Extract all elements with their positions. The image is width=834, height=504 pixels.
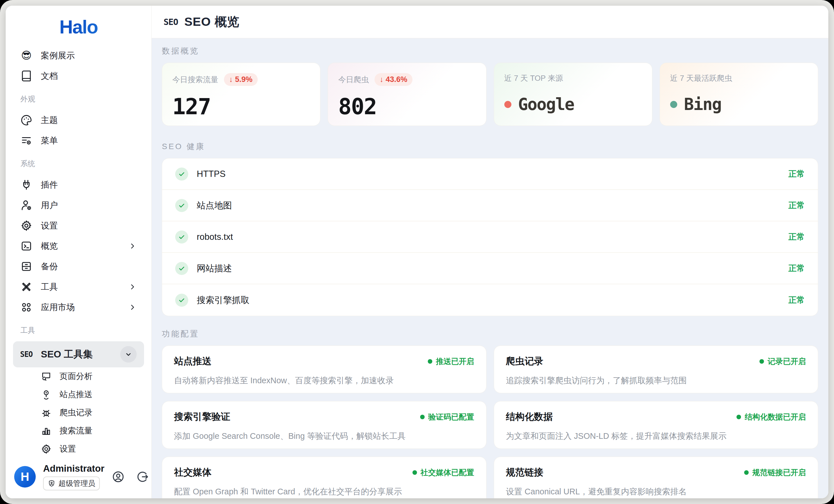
status-dot	[744, 470, 749, 475]
feature-description: 设置 Canonical URL，避免重复内容影响搜索排名	[506, 486, 806, 498]
sidebar-nav: 😎 案例展示 文档 外观 主题 菜单	[13, 45, 144, 460]
feature-card-site-push[interactable]: 站点推送 推送已开启 自动将新内容推送至 IndexNow、百度等搜索引擎，加速…	[162, 346, 486, 393]
feature-title: 规范链接	[506, 466, 544, 479]
halo-logo: Halo	[13, 14, 144, 40]
health-card: HTTPS 正常 站点地图 正常 robots.txt 正常 网站描述 正常	[162, 158, 818, 316]
sidebar-item-label: 案例展示	[41, 50, 75, 62]
source-dot	[670, 101, 677, 108]
check-circle-icon	[175, 231, 188, 243]
sidebar-item-label: 概览	[41, 240, 58, 252]
health-label: robots.txt	[197, 232, 780, 242]
feature-status: 推送已开启	[428, 356, 474, 367]
health-row-crawl: 搜索引擎抓取 正常	[162, 284, 818, 316]
feature-card-crawler-log[interactable]: 爬虫记录 记录已开启 追踪搜索引擎爬虫访问行为，了解抓取频率与范围	[494, 346, 818, 393]
bug-icon	[41, 407, 51, 418]
logout-icon[interactable]	[136, 470, 149, 483]
submenu-item-page-analysis[interactable]: 页面分析	[13, 367, 144, 386]
submenu-item-crawler-log[interactable]: 爬虫记录	[13, 404, 144, 422]
feature-title: 搜索引擎验证	[174, 411, 230, 423]
app-window: Halo 😎 案例展示 文档 外观 主题	[6, 6, 828, 498]
check-circle-icon	[175, 199, 188, 212]
sidebar: Halo 😎 案例展示 文档 外观 主题	[6, 6, 152, 498]
health-row-description: 网站描述 正常	[162, 253, 818, 284]
status-dot	[428, 359, 432, 364]
sunglasses-emoji-icon: 😎	[20, 50, 32, 62]
sidebar-section-appearance: 外观	[13, 94, 144, 104]
main-panel: SEO SEO 概览 数据概览 今日搜索流量 ↓ 5.9% 127 今日爬虫 ↓…	[152, 6, 828, 498]
stats-grid: 今日搜索流量 ↓ 5.9% 127 今日爬虫 ↓ 43.6% 802 近 7 天…	[162, 63, 818, 126]
sidebar-item-themes[interactable]: 主题	[13, 110, 144, 130]
tools-icon	[20, 281, 32, 293]
stat-label: 近 7 天 TOP 来源	[504, 73, 563, 83]
gear-icon	[41, 444, 51, 454]
submenu-item-seo-settings[interactable]: 设置	[13, 440, 144, 458]
health-status: 正常	[788, 294, 805, 306]
avatar[interactable]: H	[14, 466, 36, 487]
features-grid: 站点推送 推送已开启 自动将新内容推送至 IndexNow、百度等搜索引擎，加速…	[162, 346, 818, 498]
feature-status: 结构化数据已开启	[737, 412, 806, 422]
palette-icon	[20, 114, 32, 126]
section-label-overview: 数据概览	[162, 46, 818, 56]
health-status: 正常	[788, 231, 805, 243]
feature-description: 自动将新内容推送至 IndexNow、百度等搜索引擎，加速收录	[174, 375, 474, 386]
collapse-button[interactable]	[120, 346, 137, 363]
sidebar-section-system: 系统	[13, 159, 144, 168]
submenu-item-label: 设置	[60, 443, 76, 455]
health-label: 搜索引擎抓取	[197, 294, 780, 306]
submenu-item-search-traffic[interactable]: 搜索流量	[13, 422, 144, 440]
submenu-item-label: 站点推送	[60, 389, 92, 400]
feature-description: 追踪搜索引擎爬虫访问行为，了解抓取频率与范围	[506, 375, 806, 386]
submenu-item-site-push[interactable]: 站点推送	[13, 386, 144, 404]
plug-icon	[20, 179, 32, 191]
sidebar-item-label: 主题	[41, 114, 58, 126]
sidebar-item-label: SEO 工具集	[41, 348, 93, 361]
health-label: HTTPS	[197, 169, 780, 179]
feature-card-social-media[interactable]: 社交媒体 社交媒体已配置 配置 Open Graph 和 Twitter Car…	[162, 457, 486, 498]
feature-status: 社交媒体已配置	[413, 467, 474, 478]
health-status: 正常	[788, 200, 805, 211]
feature-card-structured-data[interactable]: 结构化数据 结构化数据已开启 为文章和页面注入 JSON-LD 标签，提升富媒体…	[494, 401, 818, 449]
health-row-robots: robots.txt 正常	[162, 221, 818, 253]
stat-value: Bing	[684, 95, 722, 114]
chevron-right-icon	[128, 242, 137, 250]
feature-card-engine-verification[interactable]: 搜索引擎验证 验证码已配置 添加 Google Search Console、B…	[162, 401, 486, 449]
sidebar-item-label: 工具	[41, 281, 58, 293]
sidebar-item-overview[interactable]: 概览	[13, 236, 144, 256]
user-actions	[112, 470, 149, 483]
health-row-sitemap: 站点地图 正常	[162, 190, 818, 221]
sidebar-item-app-market[interactable]: 应用市场	[13, 297, 144, 317]
account-circle-icon[interactable]	[112, 470, 125, 483]
sidebar-item-showcase[interactable]: 😎 案例展示	[13, 45, 144, 66]
sidebar-item-backup[interactable]: 备份	[13, 256, 144, 277]
sidebar-item-users[interactable]: 用户	[13, 195, 144, 215]
sidebar-item-plugins[interactable]: 插件	[13, 175, 144, 195]
feature-title: 社交媒体	[174, 466, 212, 479]
terminal-icon	[20, 240, 32, 252]
stat-value: 127	[172, 94, 310, 119]
stat-label: 近 7 天最活跃爬虫	[670, 73, 732, 83]
section-label-health: SEO 健康	[162, 142, 818, 151]
sidebar-item-tools[interactable]: 工具	[13, 277, 144, 297]
status-dot	[420, 415, 425, 419]
chevron-right-icon	[128, 283, 137, 291]
health-label: 站点地图	[197, 200, 780, 212]
list-settings-icon	[20, 135, 32, 147]
sidebar-item-seo-toolkit[interactable]: SEO SEO 工具集	[13, 341, 144, 367]
user-area: H Administrator 超级管理员	[13, 460, 144, 491]
sidebar-item-menus[interactable]: 菜单	[13, 130, 144, 151]
seo-text-icon: SEO	[20, 348, 32, 360]
feature-card-canonical-link[interactable]: 规范链接 规范链接已开启 设置 Canonical URL，避免重复内容影响搜索…	[494, 457, 818, 498]
sidebar-item-docs[interactable]: 文档	[13, 66, 144, 86]
stat-card-search-traffic: 今日搜索流量 ↓ 5.9% 127	[162, 63, 320, 126]
feature-title: 结构化数据	[506, 411, 553, 423]
check-circle-icon	[175, 294, 188, 307]
check-circle-icon	[175, 168, 188, 180]
sidebar-item-settings[interactable]: 设置	[13, 215, 144, 236]
stat-card-top-source: 近 7 天 TOP 来源 Google	[494, 63, 652, 126]
page-header: SEO SEO 概览	[152, 6, 828, 38]
submenu-item-label: 页面分析	[60, 371, 92, 382]
source-dot	[504, 101, 511, 108]
sidebar-item-label: 用户	[41, 200, 58, 211]
stat-label: 今日搜索流量	[172, 74, 218, 85]
health-status: 正常	[788, 168, 805, 180]
